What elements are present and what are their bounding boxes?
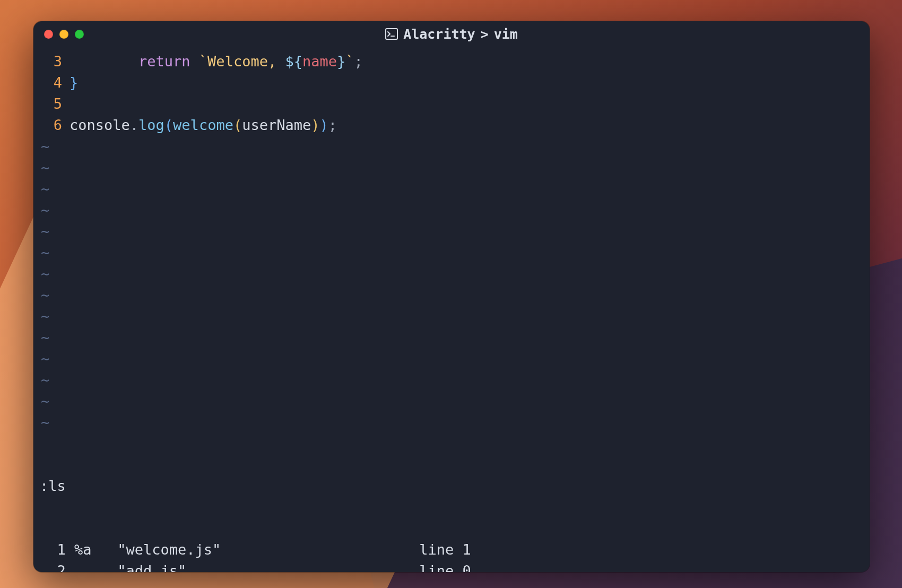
empty-line-tilde: ~ (40, 200, 863, 221)
svg-rect-0 (386, 29, 397, 39)
empty-line-tilde: ~ (40, 263, 863, 284)
empty-line-tilde: ~ (40, 178, 863, 200)
code-line: 4} (40, 72, 863, 93)
code-content (70, 93, 863, 115)
maximize-button[interactable] (75, 30, 84, 39)
terminal-icon (385, 28, 398, 40)
command-area: :ls 1 %a "welcome.js" line 1 2 "add.js" … (40, 433, 863, 572)
editor-buffer: 3 return `Welcome, ${name}`;4}56console.… (40, 51, 863, 136)
line-number: 5 (40, 93, 70, 115)
minimize-button[interactable] (59, 30, 68, 39)
empty-line-tilde: ~ (40, 412, 863, 433)
close-button[interactable] (44, 30, 53, 39)
title-app: Alacritty (403, 27, 475, 42)
title-separator: > (481, 27, 489, 42)
title-process: vim (494, 27, 518, 42)
empty-line-tilde: ~ (40, 221, 863, 242)
empty-line-tilde: ~ (40, 284, 863, 306)
code-line: 3 return `Welcome, ${name}`; (40, 51, 863, 72)
terminal-window: Alacritty > vim 3 return `Welcome, ${nam… (33, 21, 870, 572)
line-number: 3 (40, 51, 70, 72)
entered-command: :ls (40, 475, 863, 497)
empty-line-tilde: ~ (40, 157, 863, 178)
traffic-lights (44, 30, 84, 39)
code-line: 6console.log(welcome(userName)); (40, 115, 863, 136)
buffer-entry: 1 %a "welcome.js" line 1 (40, 539, 863, 560)
empty-line-tilde: ~ (40, 391, 863, 412)
empty-line-tilde: ~ (40, 136, 863, 157)
buffer-list: 1 %a "welcome.js" line 1 2 "add.js" line… (40, 539, 863, 572)
buffer-entry: 2 "add.js" line 0 (40, 560, 863, 572)
empty-line-tilde: ~ (40, 306, 863, 327)
empty-line-tilde: ~ (40, 327, 863, 348)
code-content: } (70, 72, 863, 93)
titlebar: Alacritty > vim (33, 21, 870, 47)
line-number: 4 (40, 72, 70, 93)
code-line: 5 (40, 93, 863, 115)
code-content: console.log(welcome(userName)); (70, 115, 863, 136)
empty-lines: ~~~~~~~~~~~~~~ (40, 136, 863, 433)
code-content: return `Welcome, ${name}`; (70, 51, 863, 72)
empty-line-tilde: ~ (40, 242, 863, 263)
window-title: Alacritty > vim (33, 27, 870, 42)
empty-line-tilde: ~ (40, 348, 863, 369)
empty-line-tilde: ~ (40, 369, 863, 391)
terminal-viewport[interactable]: 3 return `Welcome, ${name}`;4}56console.… (33, 47, 870, 572)
line-number: 6 (40, 115, 70, 136)
